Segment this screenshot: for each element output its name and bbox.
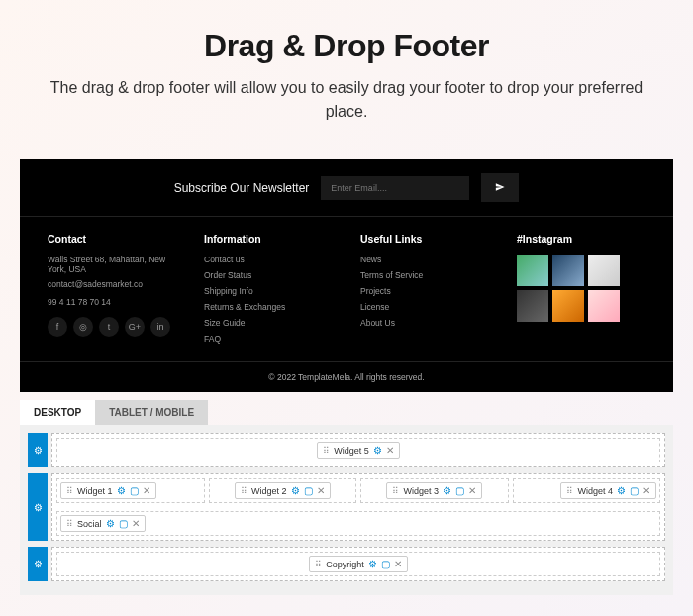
tab-desktop[interactable]: DESKTOP (20, 400, 95, 425)
widget-block[interactable]: ⠿ Widget 1 ⚙ ▢ ✕ (60, 482, 156, 499)
send-icon (495, 180, 505, 195)
useful-link[interactable]: License (360, 302, 489, 312)
gear-icon[interactable]: ⚙ (617, 485, 626, 496)
gear-icon[interactable]: ⚙ (106, 518, 115, 529)
widget-block[interactable]: ⠿ Social ⚙ ▢ ✕ (60, 515, 146, 532)
newsletter-label: Subscribe Our Newsletter (174, 181, 310, 195)
instagram-thumb[interactable] (517, 255, 548, 286)
footer-col-instagram: #Instagram (517, 233, 645, 350)
useful-heading: Useful Links (360, 233, 489, 245)
widget-label: Widget 2 (251, 486, 287, 496)
tab-tablet-mobile[interactable]: TABLET / MOBILE (95, 400, 208, 425)
widget-label: Social (77, 519, 102, 529)
instagram-thumb[interactable] (517, 290, 548, 322)
gear-icon[interactable]: ⚙ (373, 445, 382, 456)
editor-cell[interactable]: ⠿ Widget 2 ⚙ ▢ ✕ (209, 478, 357, 503)
editor-cell[interactable]: ⠿ Widget 1 ⚙ ▢ ✕ (56, 478, 205, 503)
widget-block[interactable]: ⠿ Copyright ⚙ ▢ ✕ (309, 556, 408, 572)
drag-icon[interactable]: ⠿ (66, 486, 73, 496)
duplicate-icon[interactable]: ▢ (630, 485, 639, 496)
social-icons: f ◎ t G+ in (48, 317, 176, 337)
drag-icon[interactable]: ⠿ (392, 486, 399, 496)
widget-block[interactable]: ⠿ Widget 3 ⚙ ▢ ✕ (386, 482, 482, 499)
widget-label: Widget 3 (403, 486, 439, 496)
drag-icon[interactable]: ⠿ (241, 486, 248, 496)
editor-row: ⚙ ⠿ Copyright ⚙ ▢ ✕ (28, 547, 665, 581)
close-icon[interactable]: ✕ (132, 518, 140, 529)
gear-icon[interactable]: ⚙ (117, 485, 126, 496)
newsletter-submit-button[interactable] (481, 173, 519, 202)
widget-label: Widget 4 (577, 486, 613, 496)
gear-icon[interactable]: ⚙ (368, 559, 377, 569)
drag-icon[interactable]: ⠿ (315, 560, 322, 569)
widget-block[interactable]: ⠿ Widget 4 ⚙ ▢ ✕ (560, 482, 656, 499)
close-icon[interactable]: ✕ (394, 559, 402, 569)
editor-row: ⚙ ⠿ Widget 5 ⚙ ✕ (28, 433, 665, 467)
duplicate-icon[interactable]: ▢ (119, 518, 128, 529)
gear-icon[interactable]: ⚙ (291, 485, 300, 496)
gear-icon: ⚙ (34, 559, 43, 569)
duplicate-icon[interactable]: ▢ (304, 485, 313, 496)
instagram-heading: #Instagram (517, 233, 645, 245)
info-link[interactable]: FAQ (204, 334, 333, 344)
facebook-icon[interactable]: f (48, 317, 67, 337)
widget-label: Widget 1 (77, 486, 113, 496)
widget-block[interactable]: ⠿ Widget 2 ⚙ ▢ ✕ (235, 482, 331, 499)
newsletter-bar: Subscribe Our Newsletter (20, 159, 673, 217)
info-link[interactable]: Returns & Exchanges (204, 302, 333, 312)
editor-cell[interactable]: ⠿ Widget 5 ⚙ ✕ (56, 438, 660, 462)
close-icon[interactable]: ✕ (143, 485, 150, 496)
drag-icon[interactable]: ⠿ (323, 446, 330, 456)
drag-icon[interactable]: ⠿ (66, 519, 73, 529)
gear-icon: ⚙ (34, 445, 43, 456)
row-settings-handle[interactable]: ⚙ (28, 473, 48, 541)
footer-preview: Subscribe Our Newsletter Contact Walls S… (20, 159, 673, 392)
useful-link[interactable]: Terms of Service (360, 270, 489, 280)
info-link[interactable]: Order Status (204, 270, 333, 280)
widget-label: Copyright (326, 560, 364, 569)
editor-cell[interactable]: ⠿ Widget 4 ⚙ ▢ ✕ (513, 478, 661, 503)
editor-cell[interactable]: ⠿ Widget 3 ⚙ ▢ ✕ (360, 478, 509, 503)
widget-label: Widget 5 (334, 446, 369, 456)
instagram-thumb[interactable] (588, 255, 620, 286)
info-link[interactable]: Shipping Info (204, 286, 333, 296)
close-icon[interactable]: ✕ (643, 485, 650, 496)
newsletter-email-input[interactable] (321, 176, 469, 200)
info-link[interactable]: Contact us (204, 255, 333, 264)
contact-address: Walls Street 68, Mahattan, New York, USA (48, 255, 176, 274)
widget-block[interactable]: ⠿ Widget 5 ⚙ ✕ (317, 442, 400, 459)
close-icon[interactable]: ✕ (468, 485, 476, 496)
row-settings-handle[interactable]: ⚙ (28, 547, 48, 581)
instagram-thumb[interactable] (588, 290, 620, 322)
useful-link[interactable]: About Us (360, 318, 489, 328)
footer-col-contact: Contact Walls Street 68, Mahattan, New Y… (48, 233, 176, 350)
useful-link[interactable]: News (360, 255, 489, 264)
page-title: Drag & Drop Footer (40, 28, 653, 64)
copyright-text: © 2022 TemplateMela. All rights reserved… (20, 361, 673, 392)
footer-col-information: Information Contact us Order Status Ship… (204, 233, 333, 350)
useful-link[interactable]: Projects (360, 286, 489, 296)
editor-cell[interactable]: ⠿ Social ⚙ ▢ ✕ (56, 511, 660, 536)
gear-icon[interactable]: ⚙ (443, 485, 451, 496)
instagram-thumb[interactable] (552, 290, 584, 322)
duplicate-icon[interactable]: ▢ (381, 559, 390, 569)
information-heading: Information (204, 233, 333, 245)
duplicate-icon[interactable]: ▢ (455, 485, 464, 496)
contact-email: contact@sadesmarket.co (48, 279, 176, 289)
linkedin-icon[interactable]: in (150, 317, 170, 337)
instagram-icon[interactable]: ◎ (73, 317, 93, 337)
duplicate-icon[interactable]: ▢ (130, 485, 139, 496)
close-icon[interactable]: ✕ (317, 485, 325, 496)
gear-icon: ⚙ (34, 502, 43, 513)
row-settings-handle[interactable]: ⚙ (28, 433, 48, 467)
page-subtitle: The drag & drop footer will allow you to… (40, 76, 653, 124)
close-icon[interactable]: ✕ (386, 445, 394, 456)
drag-icon[interactable]: ⠿ (566, 486, 573, 496)
twitter-icon[interactable]: t (99, 317, 119, 337)
info-link[interactable]: Size Guide (204, 318, 333, 328)
editor-row: ⚙ ⠿ Widget 1 ⚙ ▢ ✕ ⠿ Widget 2 ⚙ (28, 473, 665, 541)
editor-cell[interactable]: ⠿ Copyright ⚙ ▢ ✕ (56, 552, 660, 576)
googleplus-icon[interactable]: G+ (125, 317, 145, 337)
contact-phone: 99 4 11 78 70 14 (48, 297, 176, 307)
instagram-thumb[interactable] (552, 255, 584, 286)
